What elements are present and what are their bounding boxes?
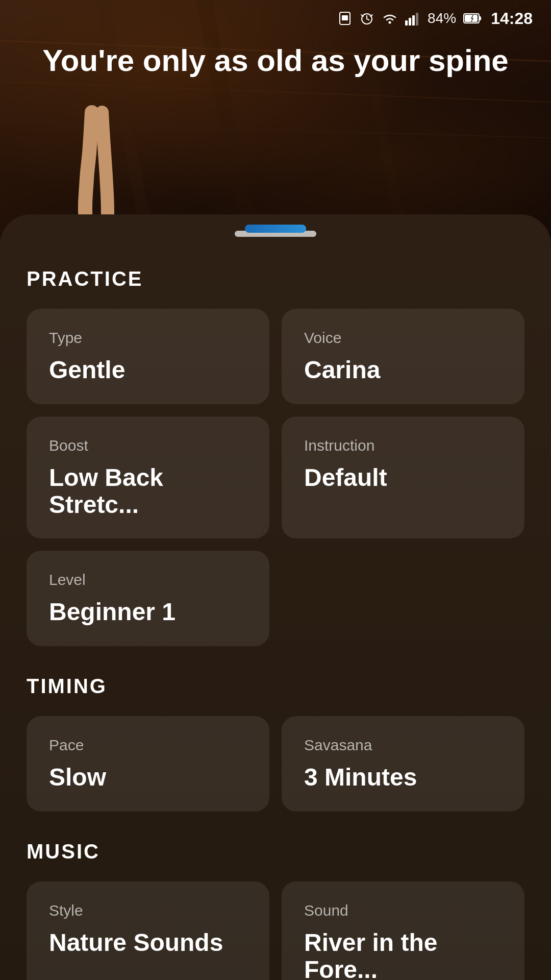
svg-rect-25 xyxy=(416,13,418,26)
type-label: Type xyxy=(49,329,247,347)
style-label: Style xyxy=(49,902,247,919)
boost-label: Boost xyxy=(49,437,247,454)
music-section-header: MUSIC xyxy=(27,840,524,863)
bottom-sheet: PRACTICE Type Gentle Voice Carina Boost … xyxy=(0,214,551,980)
pace-label: Pace xyxy=(49,737,247,754)
level-card[interactable]: Level Beginner 1 xyxy=(27,551,269,646)
sound-label: Sound xyxy=(304,902,502,919)
savasana-value: 3 Minutes xyxy=(304,764,502,791)
instruction-label: Instruction xyxy=(304,437,502,454)
voice-value: Carina xyxy=(304,357,502,384)
battery-icon xyxy=(463,12,482,24)
practice-section-header: PRACTICE xyxy=(27,267,524,290)
svg-rect-23 xyxy=(409,18,411,26)
svg-rect-19 xyxy=(342,15,348,20)
instruction-value: Default xyxy=(304,464,502,492)
music-row-1: Style Nature Sounds Sound River in the F… xyxy=(27,881,524,980)
boost-card[interactable]: Boost Low Back Stretc... xyxy=(27,416,269,539)
sim-icon xyxy=(338,11,352,26)
svg-rect-27 xyxy=(479,16,481,20)
voice-label: Voice xyxy=(304,329,502,347)
practice-row-1: Type Gentle Voice Carina xyxy=(27,309,524,404)
feet-illustration xyxy=(61,92,143,235)
svg-point-21 xyxy=(389,21,391,24)
battery-percent: 84% xyxy=(428,10,456,27)
boost-value: Low Back Stretc... xyxy=(49,464,247,519)
practice-row-2: Boost Low Back Stretc... Instruction Def… xyxy=(27,416,524,539)
pace-value: Slow xyxy=(49,764,247,791)
sound-card[interactable]: Sound River in the Fore... xyxy=(282,881,524,980)
savasana-card[interactable]: Savasana 3 Minutes xyxy=(282,716,524,812)
svg-rect-22 xyxy=(405,20,408,26)
wifi-icon xyxy=(382,11,398,26)
signal-icon xyxy=(405,11,420,26)
blue-indicator xyxy=(245,225,306,233)
sound-value: River in the Fore... xyxy=(304,929,502,980)
type-card[interactable]: Type Gentle xyxy=(27,309,269,404)
hero-title: You're only as old as your spine xyxy=(0,41,551,81)
time-display: 14:28 xyxy=(491,9,533,28)
voice-card[interactable]: Voice Carina xyxy=(282,309,524,404)
level-label: Level xyxy=(49,571,247,589)
savasana-label: Savasana xyxy=(304,737,502,754)
level-value: Beginner 1 xyxy=(49,599,247,626)
timing-row-1: Pace Slow Savasana 3 Minutes xyxy=(27,716,524,812)
style-card[interactable]: Style Nature Sounds xyxy=(27,881,269,980)
style-value: Nature Sounds xyxy=(49,929,247,957)
pace-card[interactable]: Pace Slow xyxy=(27,716,269,812)
timing-section-header: TIMING xyxy=(27,675,524,698)
svg-rect-24 xyxy=(412,15,415,26)
instruction-card[interactable]: Instruction Default xyxy=(282,416,524,539)
alarm-icon xyxy=(359,11,374,26)
type-value: Gentle xyxy=(49,357,247,384)
status-bar: 84% 14:28 xyxy=(0,0,551,37)
practice-row-3: Level Beginner 1 xyxy=(27,551,524,646)
